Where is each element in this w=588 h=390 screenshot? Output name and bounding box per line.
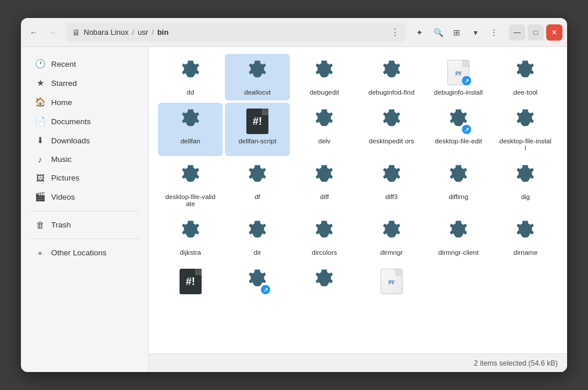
file-item-dellfan-script[interactable]: #! dellfan-script (225, 103, 289, 156)
file-icon-bottom-hash: #! (177, 268, 205, 295)
sidebar-item-pictures[interactable]: 🖼 Pictures (26, 169, 144, 187)
file-name-dirname: dirname (514, 249, 538, 256)
sidebar-item-starred[interactable]: ★ Starred (26, 74, 144, 92)
nav-controls: ← → (26, 24, 60, 41)
file-icon-dig (511, 163, 539, 191)
starred-icon: ★ (35, 78, 45, 88)
file-name-dellfan: dellfan (181, 138, 200, 145)
file-item-diff[interactable]: diff (292, 158, 357, 212)
forward-button[interactable]: → (44, 24, 60, 41)
sidebar-label-downloads: Downloads (51, 136, 90, 145)
sidebar-label-videos: Videos (51, 193, 75, 201)
maximize-button[interactable]: □ (528, 24, 544, 41)
sidebar-item-recent[interactable]: 🕐 Recent (26, 55, 144, 73)
sidebar: 🕐 Recent ★ Starred 🏠 Home 📄 Documents ⬇ … (21, 47, 149, 372)
sidebar-label-other-locations: Other Locations (51, 248, 106, 257)
file-name-diffimg: diffimg (449, 193, 468, 200)
sidebar-item-music[interactable]: ♪ Music (26, 150, 144, 168)
file-icon-debuginfod-find (378, 59, 406, 86)
file-item-dirname[interactable]: dirname (493, 214, 558, 261)
window-controls: — □ ✕ (509, 24, 562, 41)
file-item-desktopedit[interactable]: desktopedit ors (359, 103, 424, 156)
sidebar-item-trash[interactable]: 🗑 Trash (26, 216, 144, 234)
file-name-dd: dd (187, 89, 194, 96)
pictures-icon: 🖼 (35, 173, 45, 183)
python-label-2: py (388, 279, 395, 284)
file-name-dee-tool: dee-tool (514, 89, 538, 96)
status-text: 2 items selected (54.6 kB) (474, 359, 558, 367)
file-item-deallocvt[interactable]: deallocvt (225, 54, 289, 100)
search-button[interactable]: 🔍 (430, 24, 446, 41)
file-icon-bottom-gear2 (310, 268, 338, 295)
file-item-dee-tool[interactable]: dee-tool (493, 54, 558, 100)
file-grid: dd deallocvt debugedit (149, 47, 567, 353)
view-options-button[interactable]: ▾ (467, 24, 483, 41)
path-sep-2: / (152, 28, 154, 37)
file-name-diff: diff (320, 193, 329, 200)
python-label: py (456, 70, 462, 75)
path-part-3: bin (157, 28, 169, 37)
file-item-dir[interactable]: dir (225, 214, 289, 261)
file-item-dirmngr-client[interactable]: dirmngr-client (426, 214, 490, 261)
titlebar: ← → 🖥 Nobara Linux / usr / bin ⋮ ✦ 🔍 ⊞ ▾… (21, 18, 567, 47)
file-icon-dirmngr-client (444, 219, 472, 247)
file-item-desktop-file-edit[interactable]: ↗ desktop-file-edit (426, 103, 490, 156)
sidebar-item-other-locations[interactable]: + Other Locations (26, 244, 144, 262)
close-button[interactable]: ✕ (546, 24, 562, 41)
menu-button[interactable]: ⋮ (486, 24, 502, 41)
file-name-deallocvt: deallocvt (244, 89, 270, 96)
file-icon-dd (177, 59, 205, 86)
file-item-debuginfo-install[interactable]: py ↗ debuginfo-install (426, 54, 490, 100)
file-item-diff3[interactable]: diff3 (359, 158, 424, 212)
file-item-diffimg[interactable]: diffimg (426, 158, 490, 212)
file-item-dijkstra[interactable]: dijkstra (158, 214, 223, 261)
symlink-overlay: ↗ (462, 76, 471, 85)
file-item-debuginfod-find[interactable]: debuginfod-find (359, 54, 424, 100)
file-name-desktop-file-install: desktop-file-install (499, 138, 551, 151)
back-button[interactable]: ← (26, 24, 42, 41)
file-name-dellfan-script: dellfan-script (238, 138, 276, 145)
file-manager-window: ← → 🖥 Nobara Linux / usr / bin ⋮ ✦ 🔍 ⊞ ▾… (21, 18, 567, 372)
file-item-dirmngr[interactable]: dirmngr (359, 214, 424, 261)
file-icon-dijkstra (177, 219, 205, 247)
statusbar: 2 items selected (54.6 kB) (149, 353, 567, 372)
file-item-dellfan[interactable]: dellfan (158, 103, 223, 156)
file-item-delv[interactable]: delv (292, 103, 357, 156)
hash-file-icon-2: #! (180, 269, 202, 294)
file-icon-bottom-python: py (378, 268, 406, 295)
file-item-dircolors[interactable]: dircolors (292, 214, 357, 261)
file-name-delv: delv (318, 138, 331, 145)
hash-file-icon: #! (246, 109, 268, 134)
file-item-dd[interactable]: dd (158, 54, 223, 100)
file-name-dir: dir (254, 249, 261, 256)
file-icon-diffimg (444, 163, 472, 191)
file-item-bottom-python[interactable]: py (359, 263, 424, 302)
file-item-desktop-file-install[interactable]: desktop-file-install (493, 103, 558, 156)
file-item-dig[interactable]: dig (493, 158, 558, 212)
file-icon-debugedit (310, 59, 338, 86)
sidebar-item-downloads[interactable]: ⬇ Downloads (26, 131, 144, 150)
file-item-bottom-hash[interactable]: #! (158, 263, 223, 302)
file-item-df[interactable]: df (225, 158, 289, 212)
file-name-debugedit: debugedit (310, 89, 339, 96)
file-item-bottom-gear-overlay[interactable]: ↗ (225, 263, 289, 302)
minimize-button[interactable]: — (509, 24, 525, 41)
downloads-icon: ⬇ (35, 135, 45, 146)
file-name-desktop-file-edit: desktop-file-edit (435, 138, 482, 145)
file-item-debugedit[interactable]: debugedit (292, 54, 357, 100)
file-item-bottom-gear2[interactable] (292, 263, 357, 302)
file-item-desktop-file-validate[interactable]: desktop-file-validate (158, 158, 223, 212)
address-bar[interactable]: 🖥 Nobara Linux / usr / bin ⋮ (66, 23, 406, 42)
sidebar-item-home[interactable]: 🏠 Home (26, 93, 144, 111)
videos-icon: 🎬 (35, 192, 45, 202)
file-icon-desktopedit (378, 107, 406, 135)
view-toggle-button[interactable]: ⊞ (449, 24, 465, 41)
music-icon: ♪ (35, 154, 45, 164)
sidebar-item-documents[interactable]: 📄 Documents (26, 112, 144, 131)
address-more-button[interactable]: ⋮ (390, 27, 400, 38)
bookmark-button[interactable]: ✦ (411, 24, 428, 41)
file-name-dirmngr-client: dirmngr-client (438, 249, 479, 256)
sidebar-label-trash: Trash (51, 221, 71, 229)
file-name-dircolors: dircolors (312, 249, 337, 256)
sidebar-item-videos[interactable]: 🎬 Videos (26, 187, 144, 206)
